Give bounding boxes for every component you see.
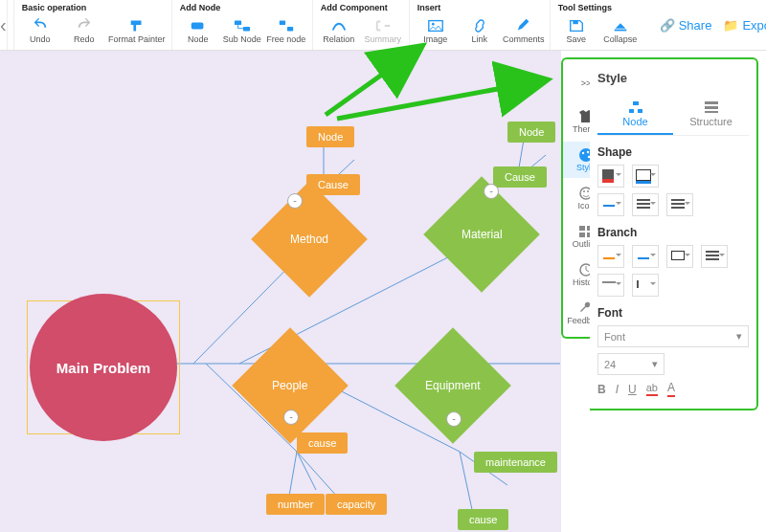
annotation-arrows bbox=[0, 0, 766, 532]
